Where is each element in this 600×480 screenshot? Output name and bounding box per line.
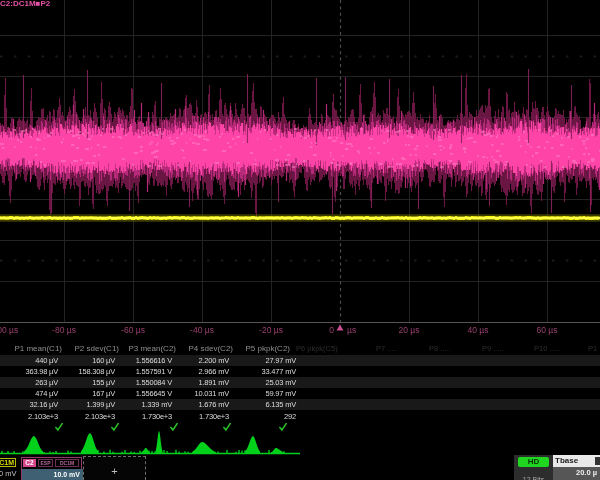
svg-text:40 µs: 40 µs [468,325,489,335]
svg-text:-20 µs: -20 µs [259,325,283,335]
svg-text:-100 µs: -100 µs [0,325,18,335]
svg-text:60 µs: 60 µs [537,325,558,335]
svg-text:0: 0 [329,325,334,335]
svg-text:-60 µs: -60 µs [121,325,145,335]
svg-text:-80 µs: -80 µs [52,325,76,335]
svg-text:-40 µs: -40 µs [190,325,214,335]
svg-text:µs: µs [347,325,356,335]
svg-text:20 µs: 20 µs [399,325,420,335]
